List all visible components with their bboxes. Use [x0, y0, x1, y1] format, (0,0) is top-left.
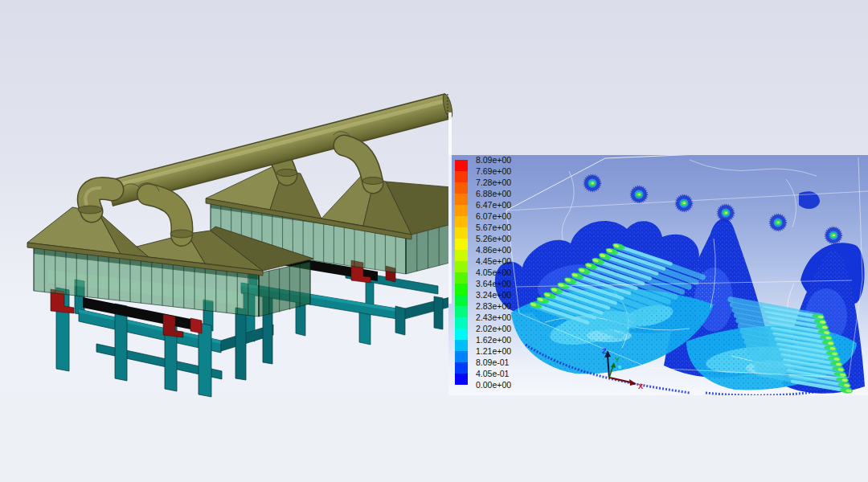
- legend-color-band: [455, 272, 468, 284]
- x-axis-label: X: [638, 382, 644, 390]
- top-isosurface-blob: [584, 175, 601, 192]
- legend-value: 7.69e+00: [476, 166, 511, 176]
- legend-color-band: [455, 239, 468, 250]
- legend-color-band: [455, 362, 468, 374]
- legend-value: 8.09e-01: [476, 357, 509, 367]
- legend-color-band: [455, 340, 468, 351]
- legend-color-band: [455, 227, 468, 239]
- legend-value: 2.02e+00: [476, 324, 511, 333]
- legend-color-band: [455, 317, 468, 329]
- velocity-legend: 8.09e+007.69e+007.28e+006.88e+006.47e+00…: [455, 155, 551, 395]
- top-isosurface-blob: [770, 214, 787, 231]
- legend-value: 1.21e+00: [476, 346, 511, 356]
- z-axis-label: Z: [602, 346, 607, 355]
- legend-color-band: [455, 216, 468, 227]
- legend-value: 6.47e+00: [476, 200, 511, 210]
- legend-value: 4.05e-01: [476, 369, 509, 378]
- legend-value: 8.09e+00: [476, 155, 511, 165]
- unit1-right-elbow: [138, 183, 193, 238]
- legend-value: 6.88e+00: [476, 189, 511, 198]
- legend-value: 2.43e+00: [476, 312, 511, 322]
- legend-value: 6.07e+00: [476, 211, 511, 221]
- legend-color-band: [455, 284, 468, 295]
- top-isosurface-blob: [631, 186, 648, 203]
- legend-color-band: [455, 250, 468, 261]
- x-axis-arrow: [629, 379, 637, 386]
- top-isosurface-blob: [825, 227, 842, 244]
- top-isosurface-blob: [718, 205, 735, 222]
- legend-value: 4.05e+00: [476, 268, 511, 277]
- legend-color-band: [455, 182, 468, 194]
- legend-color-band: [455, 171, 468, 182]
- unit2-right-elbow: [344, 145, 383, 185]
- legend-value: 3.24e+00: [476, 290, 511, 300]
- legend-color-band: [455, 374, 468, 385]
- legend-value: 7.28e+00: [476, 178, 511, 187]
- figure-canvas: Z X Y 8.09e+007.69e+007.28e+006.88e+006.…: [0, 0, 868, 482]
- legend-value: 4.45e+00: [476, 256, 511, 266]
- unit1-left-elbow: [78, 188, 113, 214]
- legend-color-band: [455, 205, 468, 216]
- legend-value: 5.26e+00: [476, 234, 511, 243]
- legend-value: 1.62e+00: [476, 335, 511, 345]
- legend-value: 3.64e+00: [476, 279, 511, 288]
- legend-value: 2.83e+00: [476, 301, 511, 311]
- top-isosurface-blob: [676, 195, 693, 212]
- legend-color-band: [455, 295, 468, 306]
- legend-color-band: [455, 306, 468, 317]
- legend-color-band: [455, 329, 468, 340]
- legend-color-band: [455, 194, 468, 205]
- legend-value: 0.00e+00: [476, 380, 511, 390]
- legend-color-band: [455, 160, 468, 171]
- legend-value: 4.86e+00: [476, 245, 511, 255]
- legend-color-band: [455, 261, 468, 272]
- y-axis-label: Y: [615, 356, 620, 364]
- panel-edge-strip: [448, 112, 452, 304]
- cfd-contour-panel: Z X Y 8.09e+007.69e+007.28e+006.88e+006.…: [448, 155, 868, 395]
- legend-value: 5.67e+00: [476, 223, 511, 232]
- y-axis-node: [618, 366, 621, 369]
- legend-color-band: [455, 351, 468, 362]
